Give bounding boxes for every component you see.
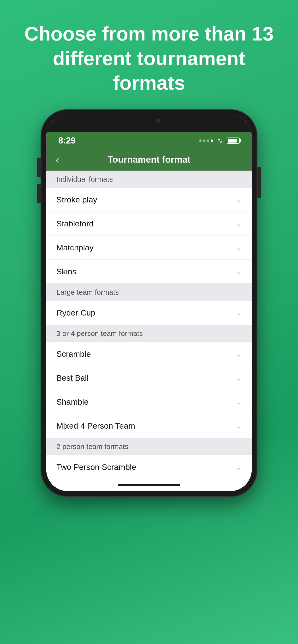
signal-dot-3 [207, 140, 209, 142]
power-button [257, 167, 261, 198]
list-item-label: Stableford [56, 219, 94, 228]
chevron-down-icon: ⌄ [236, 196, 242, 204]
list-item-scramble[interactable]: Scramble ⌄ [46, 342, 252, 366]
chevron-down-icon: ⌄ [236, 398, 242, 406]
battery-fill [228, 139, 237, 142]
chevron-down-icon: ⌄ [236, 220, 242, 228]
list-item-matchplay[interactable]: Matchplay ⌄ [46, 236, 252, 260]
format-list: Individual formats Stroke play ⌄ Stablef… [46, 170, 252, 479]
volume-down-button [37, 184, 41, 203]
list-item-two-person-scramble[interactable]: Two Person Scramble ⌄ [46, 455, 252, 479]
section-header-3-or-4-person: 3 or 4 person team formats [46, 325, 252, 342]
nav-title: Tournament format [107, 154, 191, 165]
list-item-shamble[interactable]: Shamble ⌄ [46, 390, 252, 414]
signal-dot-4 [211, 140, 213, 142]
chevron-down-icon: ⌄ [236, 463, 242, 471]
list-item-ryder-cup[interactable]: Ryder Cup ⌄ [46, 301, 252, 325]
page-background-title: Choose from more than 13 different tourn… [0, 0, 298, 110]
back-button[interactable]: ‹ [56, 154, 59, 166]
section-header-individual: Individual formats [46, 170, 252, 188]
section-header-2-person: 2 person team formats [46, 438, 252, 455]
chevron-down-icon: ⌄ [236, 268, 242, 276]
phone-frame: 8:29 ∿ ‹ Tournament format In [41, 110, 257, 496]
signal-icon [199, 140, 213, 142]
list-item-label: Mixed 4 Person Team [56, 421, 135, 430]
list-item-label: Scramble [56, 349, 91, 359]
list-item-label: Best Ball [56, 373, 89, 382]
chevron-down-icon: ⌄ [236, 374, 242, 382]
notch [103, 115, 195, 127]
list-item-label: Two Person Scramble [56, 462, 136, 472]
chevron-down-icon: ⌄ [236, 422, 242, 430]
front-camera-icon [156, 119, 161, 123]
chevron-down-icon: ⌄ [236, 308, 242, 317]
signal-dot-2 [203, 140, 205, 142]
list-item-stableford[interactable]: Stableford ⌄ [46, 212, 252, 236]
list-item-label: Ryder Cup [56, 308, 95, 318]
chevron-down-icon: ⌄ [236, 350, 242, 358]
list-item-label: Skins [56, 267, 76, 276]
phone-screen: 8:29 ∿ ‹ Tournament format In [46, 115, 252, 491]
nav-bar: ‹ Tournament format [46, 149, 252, 170]
status-time: 8:29 [58, 136, 76, 146]
list-item-label: Stroke play [56, 195, 97, 204]
battery-icon [227, 138, 240, 144]
list-item-stroke-play[interactable]: Stroke play ⌄ [46, 188, 252, 212]
section-header-large-team: Large team formats [46, 284, 252, 301]
status-icons: ∿ [199, 136, 240, 145]
list-item-mixed-4-person-team[interactable]: Mixed 4 Person Team ⌄ [46, 414, 252, 438]
chevron-down-icon: ⌄ [236, 244, 242, 252]
home-indicator-area [46, 479, 252, 491]
list-item-skins[interactable]: Skins ⌄ [46, 260, 252, 284]
signal-dot-1 [199, 140, 202, 142]
status-bar: 8:29 ∿ [46, 132, 252, 149]
volume-up-button [37, 158, 41, 177]
list-item-best-ball[interactable]: Best Ball ⌄ [46, 366, 252, 390]
list-item-label: Shamble [56, 397, 89, 406]
list-item-label: Matchplay [56, 243, 94, 252]
wifi-icon: ∿ [217, 136, 223, 145]
home-indicator-bar [118, 484, 180, 486]
notch-area [46, 115, 252, 132]
